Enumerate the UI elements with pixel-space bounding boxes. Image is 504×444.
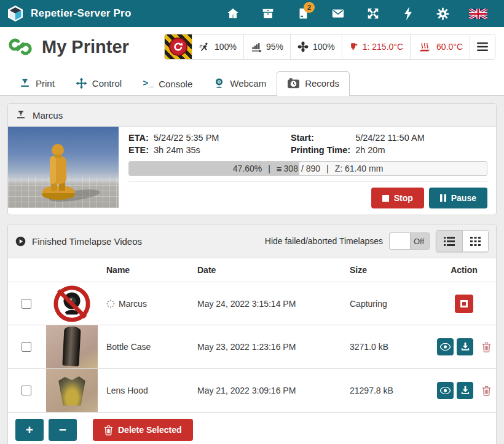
row-date: May 23, 2022 1:23:16 PM bbox=[192, 325, 345, 369]
delete-video-button[interactable] bbox=[482, 342, 491, 352]
eye-icon bbox=[440, 387, 451, 394]
play-circle-icon bbox=[15, 236, 26, 247]
fan-icon bbox=[297, 41, 309, 52]
column-name: Name bbox=[101, 258, 192, 282]
extruder-temp-value: 1: 215.0°C bbox=[363, 42, 403, 52]
flow-value: 95% bbox=[266, 42, 283, 52]
brand: Repetier-Server Pro bbox=[6, 4, 131, 23]
select-all-button[interactable]: + bbox=[15, 419, 44, 441]
start-value: 5/24/22 11:50 AM bbox=[355, 133, 487, 143]
home-icon[interactable] bbox=[215, 0, 250, 27]
trash-icon bbox=[482, 342, 491, 352]
emergency-stop-button[interactable] bbox=[165, 34, 192, 59]
tab-label: Console bbox=[159, 79, 192, 89]
heated-bed-icon bbox=[417, 42, 432, 52]
hide-failed-toggle[interactable]: Off bbox=[389, 232, 430, 250]
layers-icon: ≡ bbox=[277, 164, 282, 174]
tab-control[interactable]: Control bbox=[65, 71, 132, 95]
deselect-all-button[interactable]: − bbox=[49, 419, 77, 441]
row-date: May 21, 2022 3:09:16 PM bbox=[192, 369, 345, 413]
hamburger-menu-icon bbox=[477, 42, 488, 51]
top-navbar: Repetier-Server Pro 2 bbox=[0, 0, 504, 27]
tab-records[interactable]: Records bbox=[277, 71, 350, 96]
fan-value: 100% bbox=[313, 42, 335, 52]
row-size: 21297.8 kB bbox=[345, 369, 432, 413]
console-prompt-icon: >_ bbox=[143, 79, 154, 89]
webcam-tab-icon bbox=[213, 77, 225, 89]
row-checkbox[interactable] bbox=[22, 386, 31, 395]
pause-button[interactable]: Pause bbox=[429, 188, 487, 208]
ete-label: ETE: bbox=[128, 145, 149, 155]
job-body: ETA: 5/24/22 5:35 PM Start: 5/24/22 11:5… bbox=[8, 127, 496, 215]
column-action: Action bbox=[432, 258, 496, 282]
list-view-icon bbox=[444, 237, 455, 246]
row-checkbox[interactable] bbox=[22, 342, 31, 352]
flow-status[interactable]: 95% bbox=[243, 34, 290, 59]
list-view-button[interactable] bbox=[436, 231, 462, 252]
mail-icon[interactable] bbox=[320, 0, 355, 27]
bed-temp-status[interactable]: 60.0°C bbox=[410, 34, 470, 59]
download-video-button[interactable] bbox=[457, 338, 473, 355]
printer-status-bar: 100% 95% 100% 1: 215.0°C bbox=[164, 34, 495, 60]
queue-count-badge: 2 bbox=[304, 2, 315, 13]
delete-video-button[interactable] bbox=[482, 386, 491, 396]
job-buttons: Stop Pause bbox=[128, 181, 487, 208]
row-date: May 24, 2022 3:15:14 PM bbox=[192, 282, 345, 325]
job-meta: ETA: 5/24/22 5:35 PM Start: 5/24/22 11:5… bbox=[128, 133, 487, 155]
row-checkbox[interactable] bbox=[22, 299, 31, 309]
timelapse-table: Name Date Size Action bbox=[8, 258, 496, 413]
archive-box-icon[interactable] bbox=[250, 0, 285, 27]
download-icon bbox=[461, 386, 470, 395]
print-tab-icon bbox=[19, 77, 31, 89]
fan-status[interactable]: 100% bbox=[290, 34, 342, 59]
delete-selected-label: Delete Selected bbox=[118, 425, 182, 435]
printer-menu-button[interactable] bbox=[470, 34, 495, 59]
records-content: Marcus bbox=[0, 96, 504, 444]
pause-bars-icon bbox=[440, 194, 446, 202]
header-checkbox-spacer bbox=[8, 258, 42, 282]
fullscreen-icon[interactable] bbox=[355, 0, 390, 27]
row-name: Bottle Case bbox=[101, 325, 192, 369]
printer-job-icon bbox=[15, 109, 26, 121]
quick-commands-icon[interactable] bbox=[390, 0, 425, 27]
stop-square-icon bbox=[382, 195, 389, 202]
toggle-state-label: Off bbox=[414, 233, 424, 249]
statue-render bbox=[8, 127, 119, 208]
download-icon bbox=[461, 343, 470, 351]
printer-header: My Printer 100% 95% bbox=[0, 27, 504, 66]
records-camera-icon bbox=[287, 77, 300, 89]
delete-selected-button[interactable]: Delete Selected bbox=[93, 419, 193, 441]
grid-view-button[interactable] bbox=[462, 231, 488, 252]
settings-gear-icon[interactable] bbox=[425, 0, 460, 27]
header-thumb-spacer bbox=[42, 258, 101, 282]
view-video-button[interactable] bbox=[437, 382, 454, 399]
language-flag-icon[interactable] bbox=[460, 0, 495, 27]
tab-label: Records bbox=[305, 78, 339, 89]
stop-button[interactable]: Stop bbox=[371, 188, 424, 208]
tab-print[interactable]: Print bbox=[9, 71, 65, 95]
tab-label: Print bbox=[36, 78, 55, 89]
download-video-button[interactable] bbox=[457, 382, 473, 399]
extruder-temp-status[interactable]: 1: 215.0°C bbox=[342, 34, 410, 59]
tab-bar: Print Control >_ Console Webcam Records bbox=[0, 66, 504, 96]
print-queue-icon[interactable]: 2 bbox=[285, 0, 320, 27]
tab-console[interactable]: >_ Console bbox=[132, 73, 203, 95]
pause-label: Pause bbox=[451, 193, 476, 203]
row-size: Capturing bbox=[345, 282, 432, 325]
table-row-lens-hood: Lens Hood May 21, 2022 3:09:16 PM 21297.… bbox=[8, 369, 496, 413]
control-move-icon bbox=[76, 77, 87, 89]
printing-time-label: Printing Time: bbox=[291, 145, 350, 155]
table-header-row: Name Date Size Action bbox=[8, 258, 496, 282]
layer-total: / 890 bbox=[301, 164, 320, 173]
ete-value: 3h 24m 35s bbox=[154, 145, 286, 155]
extruder-icon bbox=[349, 42, 358, 52]
tab-webcam[interactable]: Webcam bbox=[203, 71, 277, 95]
view-video-button[interactable] bbox=[437, 338, 454, 355]
separator: | bbox=[326, 164, 329, 173]
no-webcam-icon bbox=[42, 285, 101, 323]
stop-capture-button[interactable] bbox=[455, 295, 473, 313]
speed-runner-icon bbox=[199, 42, 210, 52]
printing-time-value: 2h 20m bbox=[355, 145, 487, 155]
speed-status[interactable]: 100% bbox=[192, 34, 243, 59]
emergency-stop-icon bbox=[165, 34, 192, 59]
